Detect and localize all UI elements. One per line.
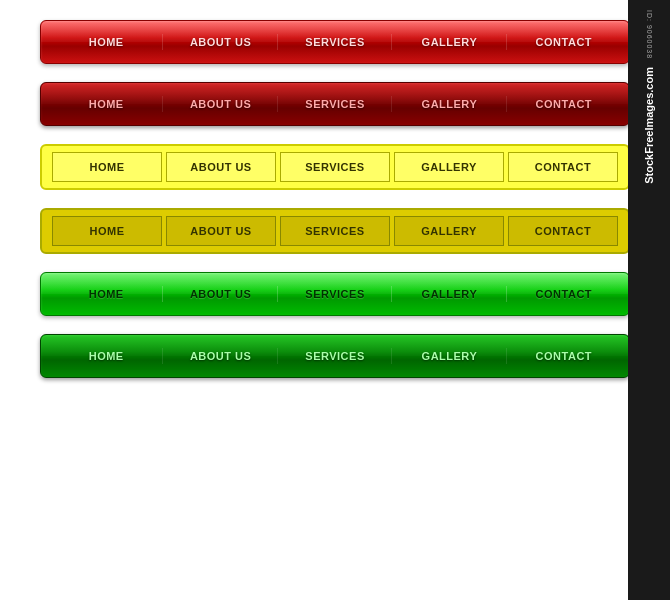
navbar-red-dark: HOMEABOUT USSERVICESGALLERYCONTACT <box>40 82 630 126</box>
watermark-text: StockFreeImages.com <box>643 67 655 184</box>
nav-green-glossy: HOMEABOUT USSERVICESGALLERYCONTACT <box>41 273 629 315</box>
nav-item-red-dark-home[interactable]: HOME <box>49 92 163 116</box>
nav-yellow-flat: HOMEABOUT USSERVICESGALLERYCONTACT <box>42 146 628 188</box>
watermark-id: ID: 9060038 <box>646 10 653 59</box>
nav-item-yellow-flat-about-us[interactable]: ABOUT US <box>166 152 276 182</box>
nav-item-red-glossy-contact[interactable]: CONTACT <box>507 30 621 54</box>
nav-item-yellow-flat-services[interactable]: SERVICES <box>280 152 390 182</box>
nav-item-yellow-flat-contact[interactable]: CONTACT <box>508 152 618 182</box>
nav-item-yellow-dark-about-us[interactable]: ABOUT US <box>166 216 276 246</box>
nav-green-dark: HOMEABOUT USSERVICESGALLERYCONTACT <box>41 335 629 377</box>
nav-item-yellow-dark-services[interactable]: SERVICES <box>280 216 390 246</box>
nav-item-green-glossy-home[interactable]: HOME <box>49 282 163 306</box>
nav-item-red-glossy-home[interactable]: HOME <box>49 30 163 54</box>
watermark: ID: 9060038 StockFreeImages.com <box>628 0 670 600</box>
nav-item-green-glossy-gallery[interactable]: GALLERY <box>392 282 506 306</box>
nav-item-yellow-dark-gallery[interactable]: GALLERY <box>394 216 504 246</box>
navbar-yellow-dark: HOMEABOUT USSERVICESGALLERYCONTACT <box>40 208 630 254</box>
nav-item-yellow-dark-home[interactable]: HOME <box>52 216 162 246</box>
nav-item-green-dark-services[interactable]: SERVICES <box>278 344 392 368</box>
navbar-yellow-flat: HOMEABOUT USSERVICESGALLERYCONTACT <box>40 144 630 190</box>
nav-item-red-dark-contact[interactable]: CONTACT <box>507 92 621 116</box>
nav-item-red-dark-gallery[interactable]: GALLERY <box>392 92 506 116</box>
nav-item-red-dark-services[interactable]: SERVICES <box>278 92 392 116</box>
nav-item-green-glossy-about-us[interactable]: ABOUT US <box>163 282 277 306</box>
nav-item-green-glossy-contact[interactable]: CONTACT <box>507 282 621 306</box>
nav-item-green-dark-home[interactable]: HOME <box>49 344 163 368</box>
navbar-green-dark: HOMEABOUT USSERVICESGALLERYCONTACT <box>40 334 630 378</box>
nav-item-green-dark-contact[interactable]: CONTACT <box>507 344 621 368</box>
nav-item-red-glossy-services[interactable]: SERVICES <box>278 30 392 54</box>
nav-item-yellow-flat-gallery[interactable]: GALLERY <box>394 152 504 182</box>
nav-item-green-dark-about-us[interactable]: ABOUT US <box>163 344 277 368</box>
nav-yellow-dark: HOMEABOUT USSERVICESGALLERYCONTACT <box>42 210 628 252</box>
navbar-red-glossy: HOMEABOUT USSERVICESGALLERYCONTACT <box>40 20 630 64</box>
navbar-green-glossy: HOMEABOUT USSERVICESGALLERYCONTACT <box>40 272 630 316</box>
nav-item-yellow-dark-contact[interactable]: CONTACT <box>508 216 618 246</box>
nav-red-glossy: HOMEABOUT USSERVICESGALLERYCONTACT <box>41 21 629 63</box>
nav-item-yellow-flat-home[interactable]: HOME <box>52 152 162 182</box>
nav-red-dark: HOMEABOUT USSERVICESGALLERYCONTACT <box>41 83 629 125</box>
nav-item-red-glossy-gallery[interactable]: GALLERY <box>392 30 506 54</box>
main-content: HOMEABOUT USSERVICESGALLERYCONTACTHOMEAB… <box>20 20 650 378</box>
nav-item-green-glossy-services[interactable]: SERVICES <box>278 282 392 306</box>
nav-item-red-dark-about-us[interactable]: ABOUT US <box>163 92 277 116</box>
nav-item-red-glossy-about-us[interactable]: ABOUT US <box>163 30 277 54</box>
nav-item-green-dark-gallery[interactable]: GALLERY <box>392 344 506 368</box>
